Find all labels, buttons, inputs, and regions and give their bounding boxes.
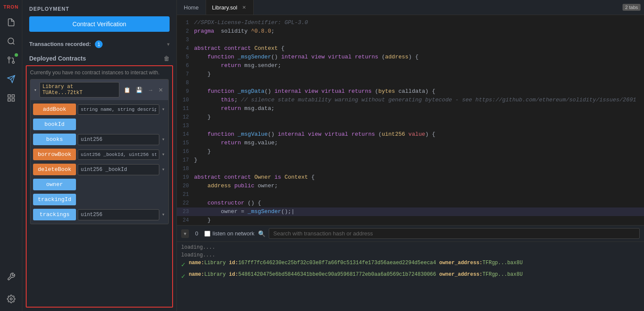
code-line-17: 17 }	[177, 156, 644, 165]
svg-point-0	[8, 38, 13, 44]
svg-rect-9	[8, 99, 10, 101]
fn-row-bookId: bookId	[30, 117, 168, 130]
books-chevron-icon[interactable]: ▾	[161, 136, 166, 143]
code-line-3: 3	[177, 36, 644, 44]
tab-count: 2 tabs	[623, 4, 641, 11]
svg-point-11	[10, 298, 12, 300]
trackingId-button[interactable]: trackingId	[33, 194, 76, 205]
svg-point-3	[8, 57, 10, 59]
bottom-log: loading.... loading.... ✓ name:Library i…	[177, 242, 644, 311]
deployed-contracts-label: Deployed Contracts	[29, 55, 86, 62]
listen-on-network-checkbox[interactable]	[204, 231, 210, 237]
svg-rect-8	[12, 95, 14, 98]
deleteBook-button[interactable]: deleteBook	[33, 164, 76, 175]
code-line-11: 11 return msg.data;	[177, 104, 644, 113]
instance-link-button[interactable]: →	[146, 86, 155, 94]
code-line-18: 18	[177, 165, 644, 173]
fn-row-addBook: addBook ▾	[30, 102, 168, 115]
tab-home[interactable]: Home	[177, 0, 206, 15]
code-line-16: 16 }	[177, 147, 644, 156]
code-line-8: 8	[177, 79, 644, 87]
code-line-7: 7 }	[177, 70, 644, 79]
transactions-chevron-icon[interactable]: ▾	[167, 41, 170, 47]
tab-file[interactable]: Library.sol ✕	[206, 0, 254, 15]
svg-line-1	[12, 43, 14, 45]
log-entry-1: ✓ name:Library id:167ff7fc646230ec25bf32…	[181, 260, 640, 269]
git-icon-btn[interactable]	[3, 52, 19, 68]
log-loading-1: loading....	[181, 244, 640, 250]
addBook-input[interactable]	[78, 104, 159, 115]
code-line-12: 12 }	[177, 113, 644, 122]
icon-sidebar: TRON	[0, 0, 22, 311]
deleteBook-chevron-icon[interactable]: ▾	[161, 166, 166, 173]
tab-close-button[interactable]: ✕	[241, 4, 247, 11]
code-line-20: 20 address public owner;	[177, 182, 644, 190]
svg-rect-7	[8, 95, 10, 98]
deleteBook-input[interactable]	[78, 164, 159, 175]
log-entry-2: ✓ name:Library id:54861420475e6bd5844634…	[181, 271, 640, 281]
listen-on-network-label[interactable]: listen on network	[204, 230, 255, 237]
fn-row-books: books ▾	[30, 132, 168, 145]
extensions-icon	[7, 94, 15, 102]
trackings-input[interactable]	[78, 209, 159, 220]
code-line-13: 13	[177, 122, 644, 130]
instance-chevron-icon[interactable]: ▾	[34, 87, 37, 93]
code-line-4: 4 abstract contract Context {	[177, 44, 644, 53]
books-button[interactable]: books	[33, 134, 76, 145]
trackings-button[interactable]: trackings	[33, 209, 76, 220]
transaction-search-input[interactable]	[269, 228, 640, 239]
instance-save-button[interactable]: 💾	[134, 86, 144, 94]
contract-verification-button[interactable]: Contract Verification	[29, 16, 170, 32]
bottom-panel: ▾ 0 listen on network 🔍 loading.... load…	[177, 225, 644, 311]
deploy-icon-btn[interactable]	[3, 71, 19, 87]
code-line-9: 9 function _msgData() internal view virt…	[177, 87, 644, 96]
search-icon-button[interactable]: 🔍	[258, 230, 265, 237]
search-icon	[7, 37, 15, 46]
files-icon	[7, 18, 15, 27]
app-logo: TRON	[3, 4, 18, 9]
addBook-chevron-icon[interactable]: ▾	[161, 106, 166, 113]
owner-button[interactable]: owner	[33, 179, 76, 190]
listen-label-text: listen on network	[213, 230, 255, 237]
search-icon-btn[interactable]	[3, 34, 19, 49]
fn-row-owner: owner	[30, 177, 168, 190]
bookId-button[interactable]: bookId	[33, 119, 76, 130]
bottom-chevron-button[interactable]: ▾	[181, 229, 189, 238]
code-line-10: 10 this; // silence state mutability war…	[177, 96, 644, 104]
instance-copy-button[interactable]: 📋	[122, 86, 132, 94]
tab-file-label: Library.sol	[212, 4, 237, 11]
log-loading-2: loading....	[181, 252, 640, 258]
code-line-21: 21	[177, 190, 644, 199]
fn-row-trackingId: trackingId	[30, 192, 168, 205]
fn-row-borrowBook: borrowBook ▾	[30, 147, 168, 160]
code-line-24: 24 }	[177, 216, 644, 225]
deployed-contracts-delete-icon[interactable]: 🗑	[164, 55, 170, 62]
deployment-panel: DEPLOYMENT Contract Verification Transac…	[22, 0, 177, 311]
bottom-count: 0	[192, 230, 201, 237]
instance-address: Library at TUAte...72tkT	[39, 82, 119, 98]
code-line-1: 1 //SPDX-License-Identifier: GPL-3.0	[177, 18, 644, 27]
addBook-button[interactable]: addBook	[33, 104, 76, 115]
code-line-14: 14 function _msgValue() internal view vi…	[177, 130, 644, 139]
settings-icon-btn[interactable]	[3, 291, 19, 307]
instance-close-button[interactable]: ✕	[157, 86, 165, 94]
extensions-icon-btn[interactable]	[3, 90, 19, 106]
trackings-chevron-icon[interactable]: ▾	[161, 211, 166, 218]
git-badge	[15, 53, 18, 57]
borrowBook-button[interactable]: borrowBook	[33, 149, 76, 160]
log-text-2: name:Library id:54861420475e6bd58446341b…	[189, 271, 523, 277]
borrowBook-input[interactable]	[78, 149, 159, 160]
code-line-15: 15 return msg.value;	[177, 139, 644, 147]
borrowBook-chevron-icon[interactable]: ▾	[161, 151, 166, 158]
wrench-icon-btn[interactable]	[3, 269, 19, 284]
code-line-23: 23 owner = _msgSender();|	[177, 207, 644, 216]
books-input[interactable]	[78, 134, 159, 145]
code-editor[interactable]: 1 //SPDX-License-Identifier: GPL-3.0 2 p…	[177, 15, 644, 225]
svg-rect-10	[12, 99, 14, 101]
wrench-icon	[7, 272, 15, 281]
deployment-header: DEPLOYMENT	[22, 0, 176, 16]
bottom-toolbar: ▾ 0 listen on network 🔍	[177, 226, 644, 242]
fn-row-trackings: trackings ▾	[30, 207, 168, 222]
files-icon-btn[interactable]	[3, 15, 19, 30]
git-icon	[7, 56, 15, 64]
